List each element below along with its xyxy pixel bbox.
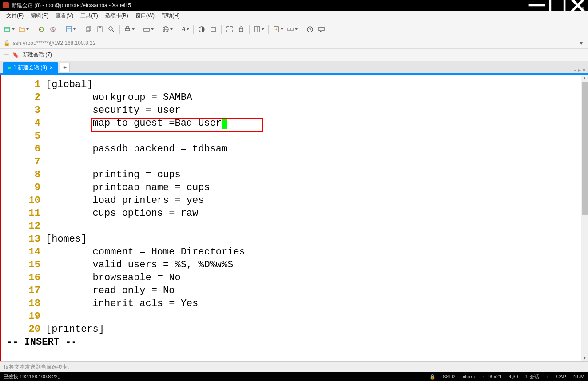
menu-tabs[interactable]: 选项卡(B) — [103, 11, 131, 20]
toolbar: A ? ▾ — [0, 21, 588, 37]
menu-help[interactable]: 帮助(H) — [159, 11, 183, 20]
scroll-down-button[interactable]: ▼ — [581, 354, 588, 361]
line-number: 13 — [1, 233, 46, 246]
line-number: 14 — [1, 246, 46, 258]
statusbar: 已连接 192.168.100.8:22。 🔒 SSH2 xterm ↔ 99x… — [0, 372, 588, 381]
new-session-button[interactable] — [3, 23, 16, 36]
code-line: 12 — [1, 220, 588, 233]
maximize-button[interactable] — [547, 0, 568, 11]
svg-rect-24 — [239, 29, 243, 32]
separator — [61, 25, 61, 34]
bookmark-icon[interactable]: 🔖 — [12, 52, 19, 58]
separator — [139, 25, 139, 34]
menu-view[interactable]: 查看(V) — [53, 11, 76, 20]
code-line: 20[printers] — [1, 323, 588, 336]
tabbar: 1 新建会话 (8) × + ◂ ▸ ▾ — [0, 61, 588, 75]
transfer-button[interactable] — [142, 23, 155, 36]
session-nav-label[interactable]: 新建会话 (7) — [23, 51, 52, 59]
tunnel-button[interactable] — [286, 23, 299, 36]
line-number: 5 — [1, 130, 46, 143]
new-tab-button[interactable]: + — [60, 63, 70, 72]
svg-text:?: ? — [309, 28, 311, 32]
highlight-button[interactable] — [208, 23, 219, 36]
code-text: [printers] — [46, 323, 588, 336]
tab-prev-button[interactable]: ◂ — [574, 67, 576, 73]
tab-close-button[interactable]: × — [50, 65, 53, 71]
menu-edit[interactable]: 编辑(E) — [28, 11, 51, 20]
separator — [221, 25, 222, 34]
open-button[interactable] — [17, 23, 30, 36]
copy-button[interactable] — [83, 23, 94, 36]
scroll-thumb[interactable] — [582, 82, 588, 215]
send-target-notice: 仅将文本发送到当前选项卡。 — [0, 361, 588, 372]
scrollbar[interactable]: ▲ ▼ — [581, 75, 588, 361]
svg-rect-16 — [125, 28, 130, 31]
line-number: 10 — [1, 194, 46, 207]
status-pos: 4,39 — [509, 374, 518, 379]
forward-icon[interactable]: ⮡ — [4, 52, 9, 58]
layout-button[interactable] — [252, 23, 266, 36]
line-number: 2 — [1, 91, 46, 104]
script-button[interactable] — [271, 23, 285, 36]
line-number: 9 — [1, 181, 46, 194]
code-text — [46, 310, 588, 323]
print-button[interactable] — [123, 23, 136, 36]
find-button[interactable] — [106, 23, 117, 36]
line-number: 17 — [1, 284, 46, 297]
line-number: 3 — [1, 104, 46, 117]
line-number: 16 — [1, 271, 46, 284]
status-cap: CAP — [556, 374, 566, 379]
tab-next-button[interactable]: ▸ — [578, 67, 581, 73]
reconnect-button[interactable] — [36, 23, 47, 36]
properties-button[interactable] — [64, 23, 77, 36]
addressbar: 🔒 ssh://root:******@192.168.100.8:22 ▾ — [0, 37, 588, 49]
terminal-area[interactable]: 1[global]2 workgroup = SAMBA3 security =… — [0, 75, 588, 361]
menu-file[interactable]: 文件(F) — [4, 11, 26, 20]
color-scheme-button[interactable] — [196, 23, 207, 36]
tab-active[interactable]: 1 新建会话 (8) × — [3, 62, 58, 73]
code-line: 5 — [1, 130, 588, 143]
code-text — [46, 155, 588, 168]
menu-tools[interactable]: 工具(T) — [78, 11, 100, 20]
disconnect-button[interactable] — [48, 23, 58, 36]
code-line: 4 map to guest =Bad User — [1, 117, 588, 130]
status-proto: SSH2 — [443, 374, 456, 379]
code-text: printing = cups — [46, 168, 588, 181]
tab-list-button[interactable]: ▾ — [583, 67, 585, 73]
lock-button[interactable] — [236, 23, 246, 36]
code-text: comment = Home Directories — [46, 246, 588, 258]
toolbar-overflow-button[interactable]: ▾ — [580, 2, 586, 14]
address-field[interactable]: ssh://root:******@192.168.100.8:22 — [13, 40, 578, 46]
status-size: ↔ 99x21 — [482, 374, 501, 379]
help-button[interactable]: ? — [305, 23, 315, 36]
font-button[interactable]: A — [180, 23, 191, 36]
menu-window[interactable]: 窗口(W) — [133, 11, 157, 20]
code-line: 17 read only = No — [1, 284, 588, 297]
paste-button[interactable] — [95, 23, 105, 36]
lock-icon: 🔒 — [429, 374, 436, 380]
code-line: 2 workgroup = SAMBA — [1, 91, 588, 104]
status-num: NUM — [573, 374, 584, 379]
code-line: 13[homes] — [1, 233, 588, 246]
code-line: 16 browseable = No — [1, 271, 588, 284]
scroll-up-button[interactable]: ▲ — [581, 75, 588, 82]
tab-label: 1 新建会话 (8) — [13, 64, 47, 71]
terminal[interactable]: 1[global]2 workgroup = SAMBA3 security =… — [1, 75, 588, 361]
code-line: 15 valid users = %S, %D%w%S — [1, 258, 588, 271]
feedback-button[interactable] — [316, 23, 327, 36]
fullscreen-button[interactable] — [224, 23, 235, 36]
code-text: cups options = raw — [46, 207, 588, 220]
svg-point-14 — [109, 27, 112, 30]
language-button[interactable] — [161, 23, 174, 36]
status-plus[interactable]: + — [546, 374, 549, 379]
address-dropdown-button[interactable]: ▾ — [578, 40, 584, 46]
line-number: 18 — [1, 297, 46, 310]
svg-rect-17 — [126, 27, 129, 28]
lock-icon: 🔒 — [4, 40, 10, 46]
code-line: 9 printcap name = cups — [1, 181, 588, 194]
line-number: 15 — [1, 258, 46, 271]
status-term: xterm — [463, 374, 475, 379]
svg-line-7 — [52, 28, 54, 31]
code-text: valid users = %S, %D%w%S — [46, 258, 588, 271]
minimize-button[interactable] — [527, 0, 547, 11]
